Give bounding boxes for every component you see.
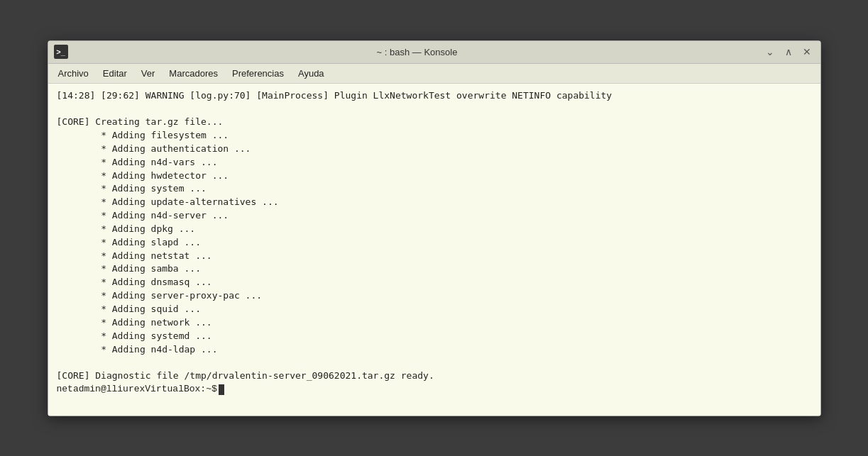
chevron-down-button[interactable]: ⌄	[762, 44, 778, 60]
app-icon-label: >_	[56, 48, 65, 56]
window-controls: ⌄ ∧ ✕	[762, 44, 815, 60]
menubar: Archivo Editar Ver Marcadores Preferenci…	[48, 64, 820, 84]
menu-ayuda[interactable]: Ayuda	[291, 65, 331, 82]
titlebar: >_ ~ : bash — Konsole ⌄ ∧ ✕	[48, 41, 820, 64]
konsole-window: >_ ~ : bash — Konsole ⌄ ∧ ✕ Archivo Edit…	[48, 40, 821, 416]
menu-marcadores[interactable]: Marcadores	[162, 65, 225, 82]
close-button[interactable]: ✕	[799, 44, 815, 60]
menu-archivo[interactable]: Archivo	[51, 65, 96, 82]
cursor	[219, 384, 224, 395]
minimize-button[interactable]: ∧	[781, 44, 796, 60]
terminal-text: [14:28] [29:62] WARNING [log.py:70] [Mai…	[57, 89, 812, 384]
prompt-line: netadmin@lliurexVirtualBox:~$	[57, 383, 812, 396]
menu-editar[interactable]: Editar	[96, 65, 134, 82]
menu-ver[interactable]: Ver	[134, 65, 163, 82]
terminal-output[interactable]: [14:28] [29:62] WARNING [log.py:70] [Mai…	[48, 84, 820, 416]
menu-preferencias[interactable]: Preferencias	[225, 65, 291, 82]
prompt-text: netadmin@lliurexVirtualBox:~$	[57, 383, 217, 396]
app-icon: >_	[54, 45, 68, 59]
window-title: ~ : bash — Konsole	[72, 47, 762, 57]
